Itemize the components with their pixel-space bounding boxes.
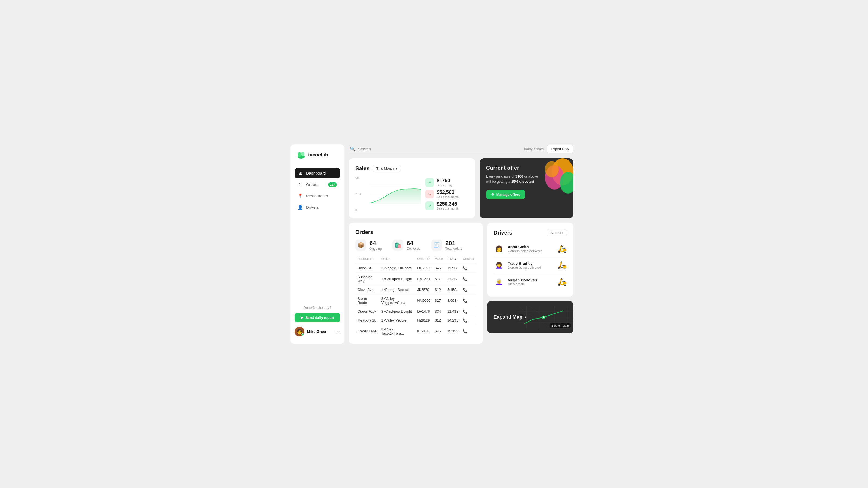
total-icon: 🧾 — [431, 240, 442, 251]
phone-icon[interactable]: 📞 — [463, 310, 467, 314]
driver-info: Anna Smith 2 orders being delivered — [508, 245, 554, 253]
orders-table: Restaurant Order Order ID Value ETA ▲ Co… — [355, 256, 476, 337]
cell-eta: 8:09S — [445, 294, 461, 307]
metric-icon-month2: ↗ — [425, 201, 434, 210]
driver-row: 👩‍🦱 Tracy Bradley 1 order being delivere… — [494, 257, 567, 274]
col-value: Value — [433, 256, 445, 264]
orders-title: Orders — [355, 229, 476, 235]
sidebar-item-drivers[interactable]: 👤 Drivers — [294, 202, 340, 213]
cell-id: NZ8129 — [415, 316, 433, 325]
cell-restaurant: Clove Ave. — [355, 285, 379, 294]
phone-icon[interactable]: 📞 — [463, 329, 467, 333]
trending-down-icon: ↘ — [428, 192, 431, 196]
col-restaurant: Restaurant — [355, 256, 379, 264]
table-row: Sunshine Way 1×Chickpea Delight EM8531 $… — [355, 272, 476, 285]
send-icon: ▶ — [301, 316, 303, 320]
search-icon: 🔍 — [350, 147, 355, 152]
driver-status: 1 order being delivered — [508, 266, 554, 269]
ongoing-icon: 📦 — [355, 240, 366, 251]
eta-sort[interactable]: ETA ▲ — [447, 257, 458, 261]
send-report-button[interactable]: ▶ Send daily report — [294, 313, 340, 322]
driver-info: Tracy Bradley 1 order being delivered — [508, 261, 554, 269]
metric-details-month2: $250,345 Sales this month — [437, 201, 459, 210]
app-container: tacoclub ⊞ Dashboard 🗒 Orders 217 📍 Rest… — [285, 139, 583, 350]
sidebar-bottom: Done for the day? ▶ Send daily report 🧑 … — [294, 305, 340, 337]
stat-total-details: 201 Total orders — [445, 240, 463, 251]
stat-delivered: 🛍️ 64 Delivered — [393, 240, 421, 251]
cell-restaurant: Storm Route — [355, 294, 379, 307]
cell-order: 2×Veggie, 1×Roast — [379, 263, 415, 272]
col-order-id: Order ID — [415, 256, 433, 264]
cell-order: 3×Valley Veggie,1×Soda — [379, 294, 415, 307]
expand-map-label: Expand Map — [494, 314, 522, 320]
cell-order: 2×Valley Veggie — [379, 316, 415, 325]
stay-on-main-label: Stay on Main — [550, 323, 571, 328]
vehicle-icon: 🛵 — [557, 244, 567, 253]
sidebar-item-orders[interactable]: 🗒 Orders 217 — [294, 180, 340, 190]
stat-total: 🧾 201 Total orders — [431, 240, 463, 251]
driver-info: Megan Donovan On a break — [508, 278, 554, 286]
cards-row: Sales This Month ▾ 5K 2.5K 0 — [349, 158, 574, 218]
offer-highlight-1: $100 — [516, 174, 523, 178]
cell-id: JK6570 — [415, 285, 433, 294]
driver-status: 2 orders being delivered — [508, 249, 554, 253]
metric-details-today: $1750 Sales today — [437, 178, 452, 187]
offer-desc-prefix: Every purchase of — [486, 174, 516, 178]
map-card[interactable]: Expand Map › — [487, 301, 574, 333]
month-label: This Month — [376, 166, 394, 170]
drivers-header: Drivers See all › — [494, 229, 567, 236]
cell-contact: 📞 — [461, 272, 476, 285]
top-bar-right: Today's stats Export CSV — [523, 145, 574, 153]
metric-label-month1: Sales this month — [437, 195, 459, 198]
bottom-row: Orders 📦 64 Ongoing 🛍️ 64 Delivered — [349, 223, 574, 344]
phone-icon[interactable]: 📞 — [463, 266, 467, 270]
search-input[interactable] — [358, 147, 519, 151]
orders-card: Orders 📦 64 Ongoing 🛍️ 64 Delivered — [349, 223, 483, 344]
sidebar-label-restaurants: Restaurants — [306, 194, 328, 198]
phone-icon[interactable]: 📞 — [463, 277, 467, 281]
driver-name: Megan Donovan — [508, 278, 554, 282]
drivers-list: 👩 Anna Smith 2 orders being delivered 🛵 … — [494, 241, 567, 290]
svg-point-20 — [543, 316, 545, 318]
table-row: Union St. 2×Veggie, 1×Roast OR7897 $45 1… — [355, 263, 476, 272]
grid-icon: ⊞ — [298, 171, 303, 176]
orders-stats: 📦 64 Ongoing 🛍️ 64 Delivered — [355, 240, 476, 251]
chevron-right-icon: › — [562, 231, 563, 235]
orders-icon: 🗒 — [298, 182, 303, 187]
metric-details-month1: $52,500 Sales this month — [437, 190, 459, 198]
cell-eta: 11:43S — [445, 307, 461, 316]
offer-content: Current offer Every purchase of $100 or … — [486, 165, 567, 199]
cell-eta: 5:15S — [445, 285, 461, 294]
main-content: 🔍 Today's stats Export CSV Sales This Mo… — [344, 144, 578, 344]
vehicle-icon: 🛵 — [557, 278, 567, 286]
see-all-button[interactable]: See all › — [547, 229, 567, 236]
metric-icon-month1: ↘ — [425, 190, 434, 198]
metric-month1: ↘ $52,500 Sales this month — [425, 190, 469, 198]
table-row: Clove Ave. 1×Forage Special JK6570 $12 5… — [355, 285, 476, 294]
nav-items: ⊞ Dashboard 🗒 Orders 217 📍 Restaurants 👤… — [294, 168, 340, 305]
table-row: Queen Way 3×Chickpea Delight DF1476 $34 … — [355, 307, 476, 316]
cell-value: $17 — [433, 272, 445, 285]
done-for-day-text: Done for the day? — [303, 305, 331, 310]
sidebar-item-dashboard[interactable]: ⊞ Dashboard — [294, 168, 340, 178]
phone-icon[interactable]: 📞 — [463, 288, 467, 292]
manage-offers-button[interactable]: ⚙ Manage offers — [486, 190, 525, 199]
month-selector[interactable]: This Month ▾ — [373, 165, 401, 172]
metric-label-month2: Sales this month — [437, 207, 459, 210]
metric-value-today: $1750 — [437, 178, 452, 184]
cell-id: EM8531 — [415, 272, 433, 285]
cell-order: 3×Chickpea Delight — [379, 307, 415, 316]
export-csv-button[interactable]: Export CSV — [547, 145, 574, 153]
cell-id: OR7897 — [415, 263, 433, 272]
metric-icon-today: ↗ — [425, 178, 434, 187]
user-options-button[interactable]: ⋯ — [335, 329, 340, 334]
ongoing-num: 64 — [369, 240, 382, 247]
metric-value-month1: $52,500 — [437, 190, 459, 195]
sidebar-item-restaurants[interactable]: 📍 Restaurants — [294, 191, 340, 201]
logo-icon — [297, 151, 305, 159]
avatar: 🧑 — [294, 327, 304, 336]
eta-sort-icon: ▲ — [454, 257, 457, 260]
driver-status: On a break — [508, 282, 554, 286]
send-report-label: Send daily report — [305, 316, 334, 320]
table-row: Meadow St. 2×Valley Veggie NZ8129 $12 14… — [355, 316, 476, 325]
